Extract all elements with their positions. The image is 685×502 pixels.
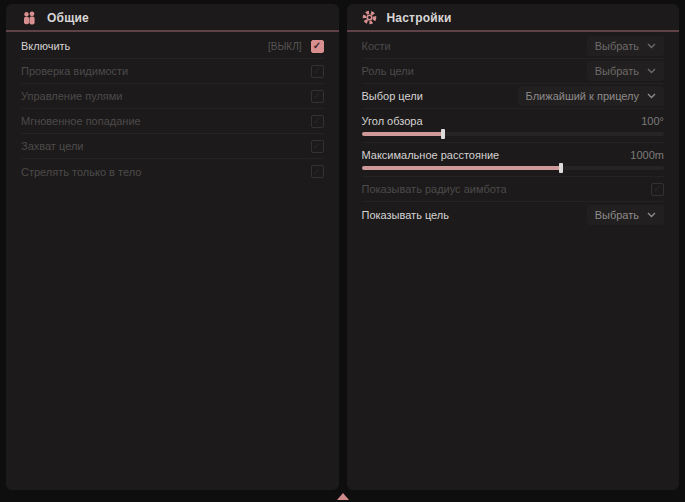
bones-dropdown-value: Выбрать (595, 40, 639, 52)
row-visibility-check-label: Проверка видимости (21, 65, 128, 77)
panels-container: Общие Включить [ВЫКЛ] ✓ Проверка видимос… (0, 0, 685, 490)
row-bones-label: Кости (362, 40, 391, 52)
scroll-up-arrow-icon[interactable] (337, 493, 349, 500)
target-selection-dropdown[interactable]: Ближайший к прицелу (518, 86, 664, 106)
body-only-checkbox[interactable]: ✓ (311, 165, 324, 178)
target-role-dropdown-value: Выбрать (595, 65, 639, 77)
row-target-lock[interactable]: Захват цели ✓ (21, 134, 324, 159)
row-max-distance-label: Максимальное расстояние (362, 149, 500, 161)
row-show-aimbot-radius[interactable]: Показывать радиус аимбота ✓ (362, 177, 665, 202)
bullet-control-checkbox[interactable]: ✓ (311, 90, 324, 103)
show-aimbot-radius-checkbox[interactable]: ✓ (651, 183, 664, 196)
show-target-dropdown[interactable]: Выбрать (587, 205, 664, 225)
row-visibility-check[interactable]: Проверка видимости ✓ (21, 59, 324, 84)
fov-value: 100° (641, 115, 664, 127)
row-enable-label: Включить (21, 40, 70, 52)
max-distance-slider[interactable] (362, 166, 665, 170)
row-bullet-control[interactable]: Управление пулями ✓ (21, 84, 324, 109)
row-instant-hit[interactable]: Мгновенное попадание ✓ (21, 109, 324, 134)
max-distance-slider-fill (362, 166, 562, 170)
fov-slider-thumb[interactable] (441, 129, 445, 139)
chevron-down-icon (647, 93, 656, 99)
row-enable[interactable]: Включить [ВЫКЛ] ✓ (21, 34, 324, 59)
row-fov-label: Угол обзора (362, 115, 423, 127)
panel-general: Общие Включить [ВЫКЛ] ✓ Проверка видимос… (6, 4, 339, 490)
general-rows: Включить [ВЫКЛ] ✓ Проверка видимости ✓ У… (6, 32, 339, 184)
row-max-distance: Максимальное расстояние 1000m (362, 143, 665, 177)
row-target-selection-label: Выбор цели (362, 90, 423, 102)
hotkey-state-text: [ВЫКЛ] (268, 41, 301, 52)
row-body-only[interactable]: Стрелять только в тело ✓ (21, 159, 324, 184)
row-target-role: Роль цели Выбрать (362, 59, 665, 84)
panel-settings-header: Настройки (347, 4, 680, 30)
chevron-down-icon (647, 43, 656, 49)
max-distance-slider-thumb[interactable] (559, 163, 563, 173)
row-show-target: Показывать цель Выбрать (362, 202, 665, 227)
row-instant-hit-label: Мгновенное попадание (21, 115, 141, 127)
users-icon (21, 11, 37, 25)
fov-slider[interactable] (362, 132, 665, 136)
show-target-dropdown-value: Выбрать (595, 209, 639, 221)
row-show-aimbot-radius-label: Показывать радиус аимбота (362, 183, 507, 195)
settings-rows: Кости Выбрать Роль цели Выбрать (347, 32, 680, 227)
row-fov: Угол обзора 100° (362, 109, 665, 143)
row-target-selection: Выбор цели Ближайший к прицелу (362, 84, 665, 109)
panel-settings: Настройки Кости Выбрать Роль цели Выбрат… (347, 4, 680, 490)
row-bullet-control-label: Управление пулями (21, 90, 123, 102)
panel-general-title: Общие (47, 11, 89, 25)
gear-icon (362, 10, 377, 25)
bones-dropdown[interactable]: Выбрать (587, 36, 664, 56)
row-target-lock-label: Захват цели (21, 140, 83, 152)
target-selection-dropdown-value: Ближайший к прицелу (526, 90, 639, 102)
panel-settings-title: Настройки (387, 11, 452, 25)
fov-slider-fill (362, 132, 444, 136)
panel-general-header: Общие (6, 4, 339, 30)
chevron-down-icon (647, 212, 656, 218)
row-target-role-label: Роль цели (362, 65, 414, 77)
instant-hit-checkbox[interactable]: ✓ (311, 115, 324, 128)
chevron-down-icon (647, 68, 656, 74)
row-body-only-label: Стрелять только в тело (21, 166, 141, 178)
max-distance-value: 1000m (630, 149, 664, 161)
row-bones: Кости Выбрать (362, 34, 665, 59)
visibility-check-checkbox[interactable]: ✓ (311, 65, 324, 78)
target-role-dropdown[interactable]: Выбрать (587, 61, 664, 81)
target-lock-checkbox[interactable]: ✓ (311, 140, 324, 153)
enable-checkbox[interactable]: ✓ (311, 40, 324, 53)
row-show-target-label: Показывать цель (362, 209, 450, 221)
